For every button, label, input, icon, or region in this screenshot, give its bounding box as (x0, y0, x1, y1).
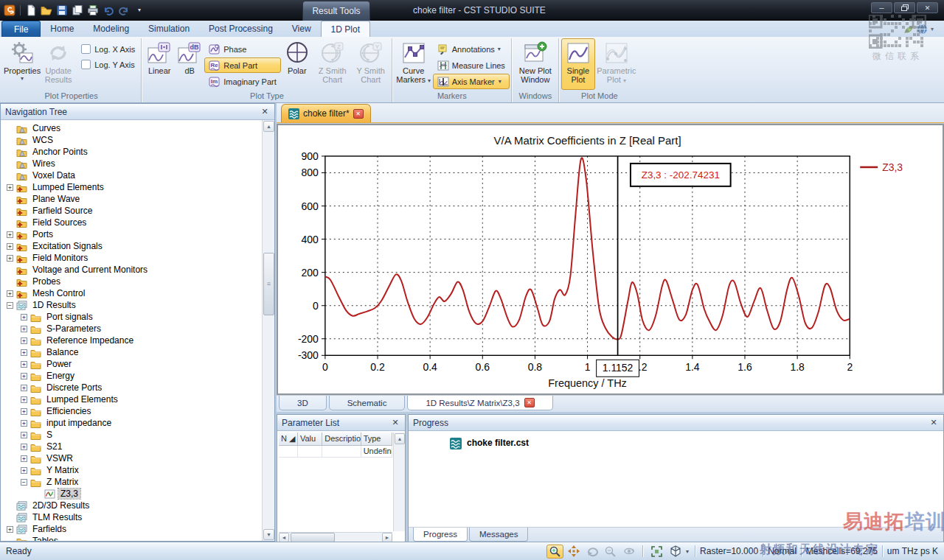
progress-tab-messages[interactable]: Messages (469, 528, 528, 542)
close-document-icon[interactable]: ✕ (353, 109, 364, 119)
tree-item-probes[interactable]: +Probes (2, 276, 261, 287)
polar-button[interactable]: Polar (281, 38, 313, 90)
tree-item-2d-3d-results[interactable]: +2D/3D Results (2, 500, 261, 511)
close-view-icon[interactable]: ✕ (524, 398, 535, 407)
expand-icon[interactable]: + (21, 326, 27, 332)
close-icon[interactable]: ✕ (390, 418, 400, 427)
annotations-button[interactable]: Annotations ▾ (433, 41, 510, 57)
expand-icon[interactable]: + (21, 408, 27, 415)
real-part-button[interactable]: Re Real Part (204, 57, 281, 73)
expand-icon[interactable]: + (21, 314, 27, 321)
chevron-down-icon[interactable]: ▾ (931, 26, 934, 32)
linear-button[interactable]: Linear (144, 38, 175, 90)
tree-item-y-matrix[interactable]: +Y Matrix (2, 464, 261, 476)
help-globe-icon[interactable] (917, 24, 928, 35)
tab-view[interactable]: View (282, 21, 321, 37)
expand-icon[interactable]: + (7, 255, 13, 262)
log-y-axis-checkbox[interactable]: Log. Y Axis (81, 60, 135, 69)
expand-icon[interactable]: + (7, 243, 13, 250)
tree-item-z-matrix[interactable]: −Z Matrix (2, 476, 261, 488)
spin-tool-icon[interactable] (620, 545, 637, 559)
close-icon[interactable]: ✕ (260, 107, 270, 116)
phase-button[interactable]: Phase (204, 41, 281, 57)
update-results-button[interactable]: Update Results (41, 38, 75, 90)
view-tab-1d-results-z-matrix-z3-3[interactable]: 1D Results\Z Matrix\Z3,3✕ (407, 396, 552, 410)
redo-icon[interactable] (117, 4, 131, 17)
minimize-button[interactable]: ─ (871, 2, 892, 13)
tree-item-field-sources[interactable]: +Field Sources (2, 217, 261, 228)
curve-markers-button[interactable]: Curve Markers ▾ (395, 38, 433, 90)
expand-icon[interactable]: + (7, 231, 13, 238)
tab-post-processing[interactable]: Post Processing (199, 21, 282, 37)
view-cube-icon[interactable] (667, 545, 684, 559)
close-button[interactable]: ✕ (917, 2, 938, 13)
tree-item-excitation-signals[interactable]: +Excitation Signals (2, 240, 261, 252)
column-header-descriptio[interactable]: Descriptio (322, 433, 361, 446)
z-smith-chart-button[interactable]: Z Z Smith Chart (313, 38, 352, 90)
expand-icon[interactable]: + (21, 444, 27, 450)
expand-icon[interactable]: + (21, 385, 27, 391)
tree-item-mesh-control[interactable]: +Mesh Control (2, 287, 261, 299)
tree-item-input-impedance[interactable]: +input impedance (2, 417, 261, 429)
column-header-n[interactable]: N ◢ (279, 433, 298, 446)
single-plot-button[interactable]: Single Plot (561, 38, 595, 90)
expand-icon[interactable]: + (21, 455, 27, 462)
expand-icon[interactable]: + (7, 290, 13, 297)
expand-icon[interactable]: + (21, 420, 27, 427)
tab-file[interactable]: File (1, 21, 41, 37)
tree-item-discrete-ports[interactable]: +Discrete Ports (2, 382, 261, 393)
tab-home[interactable]: Home (41, 21, 83, 37)
expand-icon[interactable]: + (21, 337, 27, 344)
expand-icon[interactable]: + (21, 373, 27, 379)
zoom-tool-icon[interactable] (546, 545, 563, 559)
tree-item-wires[interactable]: +Wires (2, 158, 261, 169)
expand-icon[interactable]: + (21, 361, 27, 368)
expand-icon[interactable]: + (21, 396, 27, 403)
tree-item-farfields[interactable]: +Farfields (2, 523, 261, 535)
expand-icon[interactable]: + (7, 184, 13, 191)
tree-item-port-signals[interactable]: +Port signals (2, 311, 261, 323)
tree-item-s21[interactable]: +S21 (2, 441, 261, 452)
pan-tool-icon[interactable] (565, 545, 582, 559)
close-icon[interactable]: ✕ (929, 418, 939, 427)
log-x-axis-checkbox[interactable]: Log. X Axis (81, 44, 135, 54)
tree-item-field-monitors[interactable]: +Field Monitors (2, 252, 261, 264)
view-tab-schematic[interactable]: Schematic (329, 396, 406, 410)
tree-item-plane-wave[interactable]: +Plane Wave (2, 193, 261, 205)
column-header-valu[interactable]: Valu (298, 433, 322, 446)
tree-item-vswr[interactable]: +VSWR (2, 452, 261, 464)
tree-item-efficiencies[interactable]: +Efficiencies (2, 405, 261, 417)
tree-item-voxel-data[interactable]: +Voxel Data (2, 169, 261, 181)
y-smith-chart-button[interactable]: Y Y Smith Chart (352, 38, 390, 90)
column-header-type[interactable]: Type (361, 433, 392, 446)
open-project-icon[interactable] (40, 4, 53, 17)
tree-item-balance[interactable]: +Balance (2, 346, 261, 358)
zoom-out-tool-icon[interactable] (602, 545, 619, 559)
tree-item-tables[interactable]: +Tables (2, 535, 261, 541)
measure-lines-button[interactable]: Measure Lines (433, 57, 510, 73)
scroll-up-icon[interactable]: ▲ (395, 433, 405, 444)
tree-item-s-parameters[interactable]: +S-Parameters (2, 323, 261, 335)
tree-item-s[interactable]: +S (2, 429, 261, 441)
tree-item-ports[interactable]: +Ports (2, 228, 261, 240)
collapse-icon[interactable]: − (21, 479, 27, 486)
restore-button[interactable] (894, 2, 915, 13)
document-tab[interactable]: choke filter* ✕ (281, 104, 371, 122)
tree-item-z3-3[interactable]: +Z3,3 (2, 488, 261, 500)
app-logo-icon[interactable] (3, 4, 16, 17)
tree-item-lumped-elements[interactable]: +Lumped Elements (2, 181, 261, 193)
expand-icon[interactable]: + (21, 432, 27, 438)
view-tab-3d[interactable]: 3D (279, 396, 327, 410)
expand-icon[interactable]: + (21, 349, 27, 356)
db-button[interactable]: dB dB (175, 38, 204, 90)
table-row[interactable]: Undefine (279, 446, 392, 458)
new-document-icon[interactable] (24, 4, 38, 17)
fit-view-icon[interactable] (648, 545, 665, 559)
imaginary-part-button[interactable]: Im Imaginary Part (204, 74, 281, 89)
tab-simulation[interactable]: Simulation (139, 21, 199, 37)
undo-icon[interactable] (102, 4, 115, 17)
tree-item-energy[interactable]: +Energy (2, 370, 261, 382)
collapse-icon[interactable]: − (7, 302, 13, 309)
save-icon[interactable] (55, 4, 69, 17)
print-icon[interactable] (86, 4, 100, 17)
